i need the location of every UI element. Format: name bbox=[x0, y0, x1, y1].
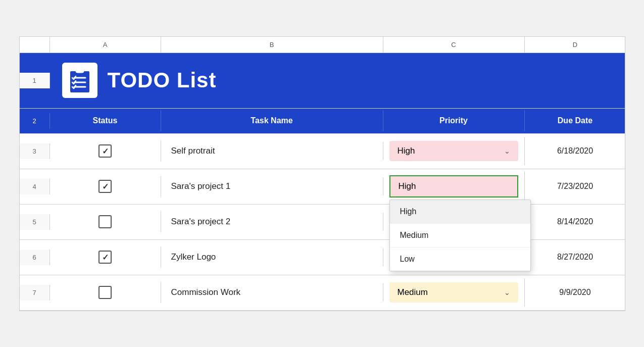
table-row: 7 Commission Work Medium ⌄ 9/9/2020 bbox=[20, 275, 625, 311]
cell-duedate-4: 7/23/2020 bbox=[525, 178, 626, 195]
col-header-a: A bbox=[50, 37, 161, 53]
table-row: 5 Sara's project 2 8/14/2020 bbox=[20, 205, 625, 240]
cell-taskname-3: Self protrait bbox=[161, 142, 383, 160]
cell-duedate-5: 8/14/2020 bbox=[525, 213, 626, 230]
row-num-1: 1 bbox=[20, 73, 50, 88]
cell-status-7[interactable] bbox=[50, 282, 161, 303]
cell-priority-4: High High Medium Low bbox=[383, 171, 525, 202]
column-labels-row: 2 Status Task Name Priority Due Date bbox=[20, 109, 625, 134]
table-row: 6 Zylker Logo 8/27/2020 bbox=[20, 240, 625, 275]
priority-dropdown-3[interactable]: High ⌄ bbox=[389, 141, 518, 161]
spreadsheet: A B C D 1 TODO List 2 bbox=[19, 36, 625, 311]
col-header-b: B bbox=[161, 37, 383, 53]
cell-priority-3: High ⌄ bbox=[383, 137, 525, 165]
svg-rect-1 bbox=[76, 68, 84, 73]
cell-duedate-6: 8/27/2020 bbox=[525, 249, 626, 266]
cell-duedate-3: 6/18/2020 bbox=[525, 142, 626, 160]
cell-duedate-7: 9/9/2020 bbox=[525, 284, 626, 301]
checkbox-3[interactable] bbox=[98, 144, 112, 158]
app-icon bbox=[62, 63, 97, 98]
priority-value-7: Medium bbox=[398, 287, 428, 298]
dropdown-option-low[interactable]: Low bbox=[390, 247, 530, 271]
priority-dropdown-popup: High Medium Low bbox=[389, 200, 531, 271]
checkbox-4[interactable] bbox=[98, 180, 112, 193]
header-row: 1 TODO List bbox=[20, 53, 625, 109]
header-cell: TODO List bbox=[50, 55, 626, 106]
row-num-7: 7 bbox=[20, 285, 50, 301]
row-num-4: 4 bbox=[20, 179, 50, 194]
col-label-taskname: Task Name bbox=[161, 110, 383, 131]
cell-priority-7: Medium ⌄ bbox=[383, 278, 525, 307]
priority-value-4: High bbox=[399, 181, 416, 191]
column-letter-headers: A B C D bbox=[20, 37, 625, 53]
col-header-d: D bbox=[525, 37, 626, 53]
col-header-row-num bbox=[20, 37, 50, 53]
cell-taskname-5: Sara's project 2 bbox=[161, 213, 383, 231]
row-num-5: 5 bbox=[20, 214, 50, 230]
table-row: 3 Self protrait High ⌄ 6/18/2020 bbox=[20, 134, 625, 169]
row-num-2: 2 bbox=[20, 113, 50, 129]
priority-dropdown-7[interactable]: Medium ⌄ bbox=[389, 282, 518, 303]
checkbox-7[interactable] bbox=[98, 286, 112, 299]
table-row: 4 Sara's project 1 High High Medium Low … bbox=[20, 169, 625, 205]
cell-status-5[interactable] bbox=[50, 211, 161, 232]
app-title: TODO List bbox=[108, 68, 217, 92]
dropdown-arrow-7: ⌄ bbox=[504, 288, 510, 296]
dropdown-option-high[interactable]: High bbox=[390, 200, 530, 224]
row-num-3: 3 bbox=[20, 143, 50, 159]
row-num-6: 6 bbox=[20, 250, 50, 265]
col-label-duedate: Due Date bbox=[525, 110, 626, 131]
cell-taskname-6: Zylker Logo bbox=[161, 248, 383, 266]
cell-status-3[interactable] bbox=[50, 140, 161, 162]
priority-dropdown-4[interactable]: High bbox=[389, 175, 518, 197]
col-label-status: Status bbox=[50, 110, 161, 131]
checkbox-5[interactable] bbox=[98, 215, 112, 228]
cell-taskname-4: Sara's project 1 bbox=[161, 177, 383, 195]
cell-status-6[interactable] bbox=[50, 246, 161, 268]
checkbox-6[interactable] bbox=[98, 251, 112, 264]
dropdown-arrow-3: ⌄ bbox=[504, 147, 510, 155]
cell-status-4[interactable] bbox=[50, 176, 161, 197]
dropdown-option-medium[interactable]: Medium bbox=[390, 224, 530, 247]
cell-taskname-7: Commission Work bbox=[161, 283, 383, 302]
col-header-c: C bbox=[383, 37, 525, 53]
priority-value-3: High bbox=[398, 146, 415, 156]
col-label-priority: Priority bbox=[383, 110, 525, 131]
